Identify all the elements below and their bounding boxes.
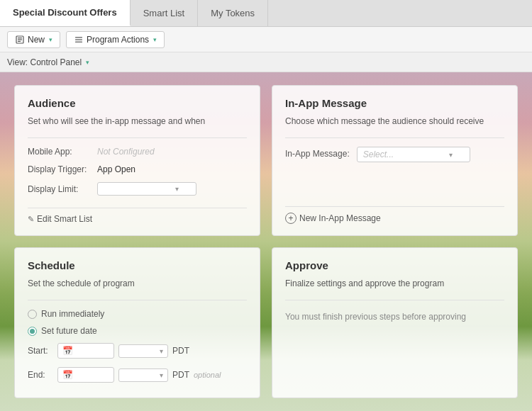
- cards-grid: Audience Set who will see the in-app mes…: [0, 72, 532, 411]
- audience-footer: ✎ Edit Smart List: [28, 208, 247, 224]
- new-button[interactable]: New ▾: [7, 31, 60, 48]
- display-trigger-label: Display Trigger:: [28, 164, 92, 174]
- svg-rect-3: [18, 40, 21, 41]
- program-actions-label: Program Actions: [87, 35, 149, 45]
- inapp-message-select[interactable]: Select... ▾: [357, 147, 470, 162]
- inapp-select-placeholder: Select...: [363, 150, 394, 159]
- end-optional: optional: [194, 371, 221, 379]
- inapp-select-arrow: ▾: [449, 151, 453, 159]
- tabs-bar: Special Discount Offers Smart List My To…: [0, 0, 532, 27]
- view-bar-dropdown-arrow[interactable]: ▾: [86, 59, 89, 66]
- inapp-message-label: In-App Message:: [285, 149, 350, 160]
- edit-smart-list-link[interactable]: ✎ Edit Smart List: [28, 214, 247, 224]
- radio-immediate[interactable]: [28, 310, 37, 319]
- schedule-divider: [28, 300, 247, 300]
- mobile-app-label: Mobile App:: [28, 147, 92, 157]
- radio-immediate-row: Run immediately: [28, 309, 247, 319]
- display-trigger-row: Display Trigger: App Open: [28, 164, 247, 174]
- display-limit-row: Display Limit: ▾: [28, 182, 247, 196]
- inapp-divider: [285, 137, 504, 138]
- approve-card: Approve Finalize settings and approve th…: [272, 247, 518, 398]
- tab-my-tokens-label: My Tokens: [211, 8, 255, 18]
- tab-smart-list-label: Smart List: [143, 8, 185, 18]
- audience-description: Set who will see the in-app message and …: [28, 116, 247, 126]
- new-inapp-label: New In-App Message: [299, 213, 381, 223]
- tab-my-tokens[interactable]: My Tokens: [198, 0, 268, 26]
- approve-description: Finalize settings and approve the progra…: [285, 278, 504, 288]
- edit-smart-list-label: Edit Smart List: [37, 214, 92, 224]
- mobile-app-row: Mobile App: Not Configured: [28, 147, 247, 157]
- radio-future-label: Set future date: [41, 326, 97, 336]
- end-tz: PDT: [172, 370, 189, 380]
- audience-title: Audience: [28, 97, 247, 109]
- radio-immediate-label: Run immediately: [41, 309, 104, 319]
- inapp-title: In-App Message: [285, 97, 504, 109]
- inapp-description: Choose which message the audience should…: [285, 116, 504, 126]
- end-row: End: 📅 ▾ PDT optional: [28, 367, 247, 383]
- end-time-arrow: ▾: [160, 371, 163, 379]
- schedule-card: Schedule Set the schedule of program Run…: [14, 247, 260, 398]
- new-button-label: New: [28, 35, 45, 45]
- display-trigger-value: App Open: [97, 164, 135, 174]
- tab-special-discount-label: Special Discount Offers: [13, 7, 117, 18]
- svg-rect-5: [75, 39, 82, 40]
- start-date-input[interactable]: 📅: [57, 343, 114, 359]
- start-tz: PDT: [172, 346, 189, 356]
- svg-rect-6: [75, 41, 82, 43]
- start-calendar-icon: 📅: [62, 346, 73, 356]
- program-actions-button[interactable]: Program Actions ▾: [66, 31, 165, 48]
- inapp-message-row: In-App Message: Select... ▾: [285, 147, 504, 162]
- program-actions-dropdown-arrow: ▾: [153, 36, 157, 43]
- svg-rect-4: [75, 37, 82, 38]
- new-inapp-link[interactable]: + New In-App Message: [285, 213, 504, 224]
- end-date-input[interactable]: 📅: [57, 367, 114, 383]
- schedule-description: Set the schedule of program: [28, 278, 247, 288]
- program-actions-icon: [74, 35, 84, 45]
- mobile-app-value: Not Configured: [97, 147, 155, 157]
- inapp-card: In-App Message Choose which message the …: [272, 85, 518, 236]
- new-icon: [15, 35, 25, 45]
- audience-divider: [28, 137, 247, 138]
- end-time-input[interactable]: ▾: [118, 368, 168, 382]
- approve-title: Approve: [285, 259, 504, 271]
- view-bar: View: Control Panel ▾: [0, 52, 532, 72]
- end-calendar-icon: 📅: [62, 370, 73, 380]
- approve-divider: [285, 300, 504, 300]
- plus-circle-icon: +: [285, 213, 297, 224]
- start-time-arrow: ▾: [160, 347, 163, 355]
- radio-future-row: Set future date: [28, 326, 247, 336]
- toolbar: New ▾ Program Actions ▾: [0, 27, 532, 52]
- end-label: End:: [28, 370, 53, 380]
- display-limit-select[interactable]: ▾: [97, 182, 196, 196]
- new-dropdown-arrow: ▾: [49, 36, 52, 43]
- inapp-footer: + New In-App Message: [285, 206, 504, 224]
- display-limit-arrow: ▾: [175, 185, 179, 193]
- start-time-input[interactable]: ▾: [118, 344, 168, 358]
- tab-special-discount[interactable]: Special Discount Offers: [0, 0, 131, 26]
- view-bar-label: View: Control Panel: [7, 57, 82, 67]
- audience-card: Audience Set who will see the in-app mes…: [14, 85, 260, 236]
- display-limit-label: Display Limit:: [28, 184, 92, 194]
- pencil-icon: ✎: [28, 215, 34, 224]
- main-content: Audience Set who will see the in-app mes…: [0, 72, 532, 411]
- start-label: Start:: [28, 346, 53, 356]
- tab-smart-list[interactable]: Smart List: [131, 0, 199, 26]
- radio-future[interactable]: [28, 327, 37, 336]
- svg-rect-1: [18, 38, 22, 38]
- start-row: Start: 📅 ▾ PDT: [28, 343, 247, 359]
- approve-step-text: You must finish previous steps before ap…: [285, 312, 504, 322]
- schedule-title: Schedule: [28, 259, 247, 271]
- svg-rect-2: [18, 39, 22, 40]
